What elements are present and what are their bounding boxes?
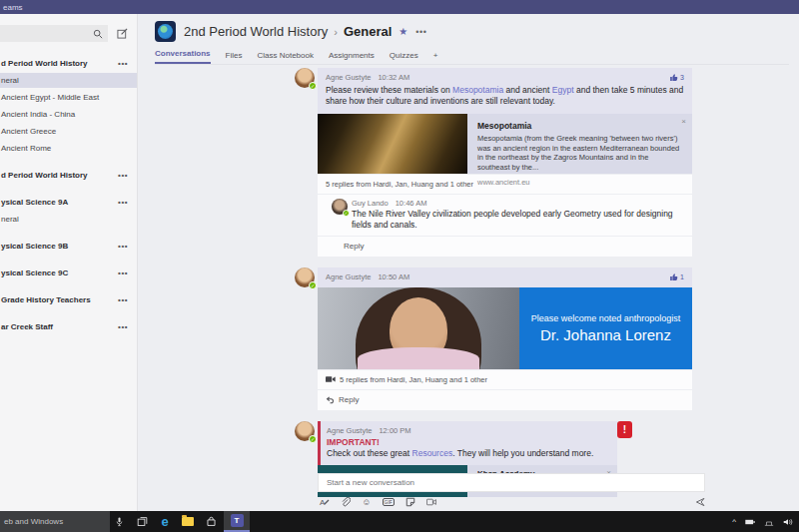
more-icon[interactable]: ••• <box>118 59 137 68</box>
message-header: Agne Gustyte 12:00 PM <box>327 426 609 435</box>
sidebar-channel-ancient-egypt-middle-east[interactable]: Ancient Egypt - Middle East <box>0 90 137 105</box>
header-more-icon[interactable]: ••• <box>415 27 426 37</box>
text-part: . They will help you understand more. <box>452 448 593 458</box>
card-description: Mesopotamia (from the Greek meaning 'bet… <box>477 134 682 173</box>
conversation-list: ✓ Agne Gustyte 10:32 AM 3 <box>295 62 694 497</box>
close-icon[interactable]: × <box>681 117 686 126</box>
sidebar-channel-neral[interactable]: neral <box>0 212 137 227</box>
reply-arrow-icon <box>326 395 335 404</box>
replies-summary-text: 5 replies from Hardi, Jan, Huang and 1 o… <box>326 180 473 189</box>
breadcrumb-channel[interactable]: General <box>344 24 392 39</box>
more-icon[interactable]: ••• <box>118 268 137 277</box>
sidebar-team-ysical-science-9b[interactable]: ysical Science 9B••• <box>0 239 137 254</box>
system-tray: ^ <box>732 517 799 527</box>
sidebar-team-ar-creek-staff[interactable]: ar Creek Staff••• <box>0 319 137 334</box>
window-titlebar: eams <box>0 0 799 14</box>
task-view-icon[interactable] <box>135 515 149 529</box>
like-reaction[interactable]: 3 <box>669 73 684 82</box>
cortana-mic-icon[interactable] <box>112 515 126 529</box>
sidebar-team-ysical-science-9c[interactable]: ysical Science 9C••• <box>0 266 137 280</box>
team-label: ysical Science 9B <box>1 242 68 251</box>
message-bubble: Agne Gustyte 10:32 AM 3 Please review th… <box>318 68 692 114</box>
gif-icon[interactable]: GIF <box>383 498 395 506</box>
reply-button[interactable]: Reply <box>318 237 692 257</box>
team-label: ysical Science 9C <box>1 268 68 277</box>
search-icon <box>93 29 103 39</box>
more-icon[interactable]: ••• <box>118 171 137 180</box>
reply-label: Reply <box>344 242 364 251</box>
author-name: Agne Gustyte <box>326 73 371 82</box>
network-icon[interactable] <box>764 517 774 527</box>
format-icon[interactable]: A <box>320 498 330 507</box>
compose-placeholder: Start a new conversation <box>327 478 414 487</box>
card-url[interactable]: www.ancient.eu <box>477 178 682 187</box>
compose-toolbar: A ☺ GIF <box>318 497 705 507</box>
teams-app: d Period World History•••neralAncient Eg… <box>0 14 799 511</box>
link-preview-card[interactable]: Mesopotamia Mesopotamia (from the Greek … <box>318 114 692 174</box>
tab-conversations[interactable]: Conversations <box>155 49 211 64</box>
teams-taskbar-icon[interactable]: T <box>224 511 250 532</box>
sidebar-team-d-period-world-history[interactable]: d Period World History••• <box>0 56 137 71</box>
attach-icon[interactable] <box>341 497 351 507</box>
sticker-icon[interactable] <box>405 497 415 507</box>
windows-store-icon[interactable] <box>204 515 218 529</box>
team-label: ysical Science 9A <box>1 198 68 207</box>
reply-button[interactable]: Reply <box>318 390 692 410</box>
like-reaction[interactable]: 1 <box>669 272 684 281</box>
sidebar-channel-ancient-greece[interactable]: Ancient Greece <box>0 124 137 139</box>
volume-icon[interactable] <box>783 517 793 527</box>
avatar: ✓ <box>295 68 315 88</box>
link-mesopotamia[interactable]: Mesopotamia <box>452 85 503 95</box>
panel-search-row <box>0 25 137 42</box>
avatar: ✓ <box>295 421 315 441</box>
link-resources[interactable]: Resources <box>412 448 453 458</box>
new-chat-icon[interactable] <box>117 28 128 39</box>
sidebar-channel-ancient-india-china[interactable]: Ancient India - China <box>0 107 137 122</box>
channel-label: neral <box>1 76 19 85</box>
tray-chevron-icon[interactable]: ^ <box>732 517 736 526</box>
battery-icon[interactable] <box>745 517 755 527</box>
favorite-star-icon[interactable]: ★ <box>399 26 407 37</box>
important-label: IMPORTANT! <box>327 437 609 447</box>
screen: eams d Period World History•••neralAncie… <box>0 0 799 532</box>
sidebar-team-grade-history-teachers[interactable]: Grade History Teachers••• <box>0 292 137 307</box>
replies-summary[interactable]: 5 replies from Hardi, Jan, Huang and 1 o… <box>318 370 692 389</box>
more-icon[interactable]: ••• <box>118 295 137 304</box>
chevron-right-icon: › <box>334 26 338 38</box>
edge-browser-icon[interactable]: e <box>158 515 172 529</box>
message-header: Agne Gustyte 10:50 AM 1 <box>326 272 684 281</box>
team-label: ar Creek Staff <box>1 322 53 331</box>
more-icon[interactable]: ••• <box>118 322 137 331</box>
new-conversation-input[interactable]: Start a new conversation <box>318 473 705 492</box>
taskbar-search-box[interactable]: eb and Windows <box>0 511 110 532</box>
more-icon[interactable]: ••• <box>118 242 137 251</box>
timestamp: 12:00 PM <box>379 426 410 435</box>
globe-icon <box>158 24 173 39</box>
sidebar-channel-neral[interactable]: neral <box>0 73 137 88</box>
sidebar-team-d-period-world-history[interactable]: d Period World History••• <box>0 168 137 183</box>
channel-list: d Period World History•••neralAncient Eg… <box>0 56 137 334</box>
send-icon[interactable] <box>695 497 705 507</box>
announcement-line2: Dr. Johanna Lorenz <box>540 326 671 343</box>
reply-label: Reply <box>339 395 359 404</box>
avatar: ✓ <box>295 267 315 287</box>
sidebar-team-ysical-science-9a[interactable]: ysical Science 9A••• <box>0 195 137 210</box>
breadcrumb-team[interactable]: 2nd Period World History <box>184 24 328 39</box>
author-name: Agne Gustyte <box>327 426 372 435</box>
message-bubble: Agne Gustyte 10:50 AM 1 <box>318 267 692 287</box>
author-name: Guy Lando <box>352 199 389 209</box>
tab-files[interactable]: Files <box>226 51 243 64</box>
team-label: d Period World History <box>1 171 88 180</box>
team-avatar <box>155 21 176 42</box>
announcement-text-panel: Please welcome noted anthropologist Dr. … <box>519 287 692 369</box>
search-box[interactable] <box>0 25 108 42</box>
announcement-image[interactable]: Please welcome noted anthropologist Dr. … <box>318 287 692 369</box>
sidebar-channel-ancient-rome[interactable]: Ancient Rome <box>0 141 137 156</box>
more-icon[interactable]: ••• <box>118 198 137 207</box>
link-egypt[interactable]: Egypt <box>552 85 574 95</box>
compose-area: Start a new conversation A ☺ GIF <box>318 473 705 507</box>
file-explorer-icon[interactable] <box>181 515 195 529</box>
speaker-photo <box>318 287 519 369</box>
meet-camera-icon[interactable] <box>426 497 436 507</box>
emoji-icon[interactable]: ☺ <box>362 497 371 507</box>
